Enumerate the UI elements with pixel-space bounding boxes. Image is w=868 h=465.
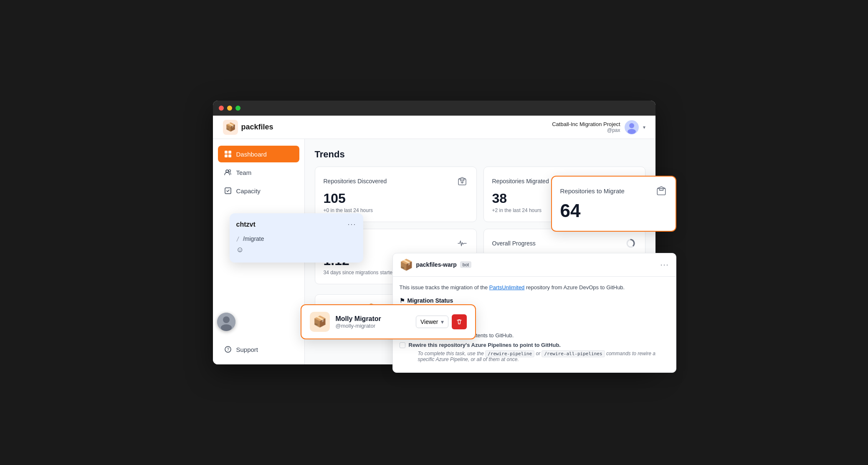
browser-titlebar xyxy=(213,101,655,116)
task-2-checkbox[interactable] xyxy=(400,342,405,348)
slash-icon: / xyxy=(236,235,240,242)
progress-icon xyxy=(625,238,637,249)
box-in-icon xyxy=(456,175,468,187)
overall-progress-label: Overall Progress xyxy=(492,240,536,247)
team-icon xyxy=(224,168,232,177)
more-options-icon[interactable]: ··· xyxy=(347,220,356,229)
issue-panel-more-icon[interactable]: ··· xyxy=(660,260,669,269)
card-header: Repositories to Migrate xyxy=(560,185,667,197)
card-header: Repositories Discovered xyxy=(324,175,468,187)
task-2-label: Rewire this repository's Azure Pipelines… xyxy=(409,342,561,348)
svg-point-10 xyxy=(228,170,230,172)
dropdown-header: chtzvt ··· xyxy=(236,220,357,229)
bot-area: 📦 packfiles-warp bot xyxy=(400,258,472,271)
sidebar-item-support[interactable]: ? Support xyxy=(218,341,299,358)
svg-point-9 xyxy=(226,170,228,172)
svg-text:📦: 📦 xyxy=(225,122,235,132)
code-rewire-all-pipelines: /rewire-all-pipelines xyxy=(542,350,605,357)
repos-discovered-sub: +0 in the last 24 hours xyxy=(324,207,468,213)
molly-avatar: 📦 xyxy=(310,312,330,332)
user-card-info: Molly Migrator @molly-migrator xyxy=(336,315,410,329)
support-icon: ? xyxy=(224,345,232,354)
pulse-icon xyxy=(456,238,468,249)
task-2-content: Rewire this repository's Azure Pipelines… xyxy=(409,342,669,362)
floating-user-avatar xyxy=(217,313,235,331)
bot-badge: bot xyxy=(460,261,471,268)
svg-rect-7 xyxy=(225,154,228,157)
svg-point-3 xyxy=(629,123,634,128)
migration-status-section: ⚑ Migration Status xyxy=(400,297,669,304)
repos-to-migrate-card: Repositories to Migrate 64 xyxy=(551,176,676,232)
sidebar-dashboard-label: Dashboard xyxy=(236,151,267,158)
user-card-handle: @molly-migrator xyxy=(336,323,410,329)
role-dropdown[interactable]: Viewer ▾ xyxy=(416,316,448,328)
svg-point-4 xyxy=(628,129,636,134)
dropdown-migrate-item[interactable]: / /migrate xyxy=(236,234,357,244)
sidebar-item-capacity[interactable]: Capacity xyxy=(218,182,299,199)
delete-user-button[interactable] xyxy=(452,314,467,329)
user-card-molly: 📦 Molly Migrator @molly-migrator Viewer … xyxy=(301,304,476,339)
status-flag-icon: ⚑ xyxy=(400,297,405,304)
sidebar-capacity-label: Capacity xyxy=(236,187,261,195)
repos-discovered-label: Repositories Discovered xyxy=(324,178,387,184)
migration-status-title-text: Migration Status xyxy=(407,297,453,304)
repos-to-migrate-value: 64 xyxy=(560,201,667,221)
user-card-controls[interactable]: Viewer ▾ xyxy=(416,314,467,329)
trends-title: Trends xyxy=(315,149,645,160)
svg-text:?: ? xyxy=(227,347,229,352)
sidebar-item-dashboard[interactable]: Dashboard xyxy=(218,146,299,162)
user-info: Catball-Inc Migration Project @pax xyxy=(552,121,620,133)
chevron-down-icon: ▾ xyxy=(441,318,444,325)
maximize-button[interactable] xyxy=(235,106,240,111)
svg-rect-5 xyxy=(225,151,228,154)
repos-migrated-label: Repositories Migrated xyxy=(492,178,549,184)
repos-discovered-value: 105 xyxy=(324,191,468,206)
packfiles-logo-icon: 📦 xyxy=(223,120,238,135)
svg-point-20 xyxy=(221,324,232,331)
user-handle: @pax xyxy=(552,127,620,133)
bot-icon: 📦 xyxy=(400,258,413,271)
user-project: Catball-Inc Migration Project xyxy=(552,121,620,127)
sidebar-item-team[interactable]: Team xyxy=(218,164,299,181)
user-area[interactable]: Catball-Inc Migration Project @pax ▾ xyxy=(552,120,645,134)
svg-point-19 xyxy=(223,316,230,323)
dropdown-username: chtzvt xyxy=(236,221,256,228)
sidebar-team-label: Team xyxy=(236,169,252,176)
capacity-icon xyxy=(224,187,232,195)
bot-name: packfiles-warp xyxy=(416,261,457,268)
parts-unlimited-link[interactable]: PartsUnlimited xyxy=(489,284,525,291)
card-header: Overall Progress xyxy=(492,238,637,249)
chevron-down-icon[interactable]: ▾ xyxy=(643,124,645,130)
svg-rect-17 xyxy=(657,189,666,195)
svg-rect-6 xyxy=(228,151,231,154)
role-label: Viewer xyxy=(420,318,438,325)
logo-area: 📦 packfiles xyxy=(223,120,273,135)
dropdown-menu[interactable]: chtzvt ··· / /migrate ☺ xyxy=(230,213,363,263)
dropdown-emoji-item[interactable]: ☺ xyxy=(236,244,357,256)
repos-to-migrate-label: Repositories to Migrate xyxy=(560,187,625,195)
dashboard-icon xyxy=(224,150,232,158)
issue-description: This issue tracks the migration of the P… xyxy=(400,283,669,292)
issue-panel-header: 📦 packfiles-warp bot ··· xyxy=(393,253,676,277)
emoji-icon: ☺ xyxy=(236,245,244,254)
task-2-sub: To complete this task, use the /rewire-p… xyxy=(418,351,669,362)
dropdown-migrate-label: /migrate xyxy=(243,235,264,242)
sidebar-support-label: Support xyxy=(236,346,258,353)
user-card-name: Molly Migrator xyxy=(336,315,410,323)
app-name: packfiles xyxy=(241,123,273,131)
close-button[interactable] xyxy=(219,106,224,111)
svg-text:📦: 📦 xyxy=(313,315,327,328)
task-item-2: Rewire this repository's Azure Pipelines… xyxy=(400,342,669,362)
box-icon xyxy=(655,185,667,197)
app-header: 📦 packfiles Catball-Inc Migration Projec… xyxy=(213,116,655,139)
minimize-button[interactable] xyxy=(227,106,232,111)
svg-rect-8 xyxy=(228,154,231,157)
avatar[interactable] xyxy=(625,120,639,134)
